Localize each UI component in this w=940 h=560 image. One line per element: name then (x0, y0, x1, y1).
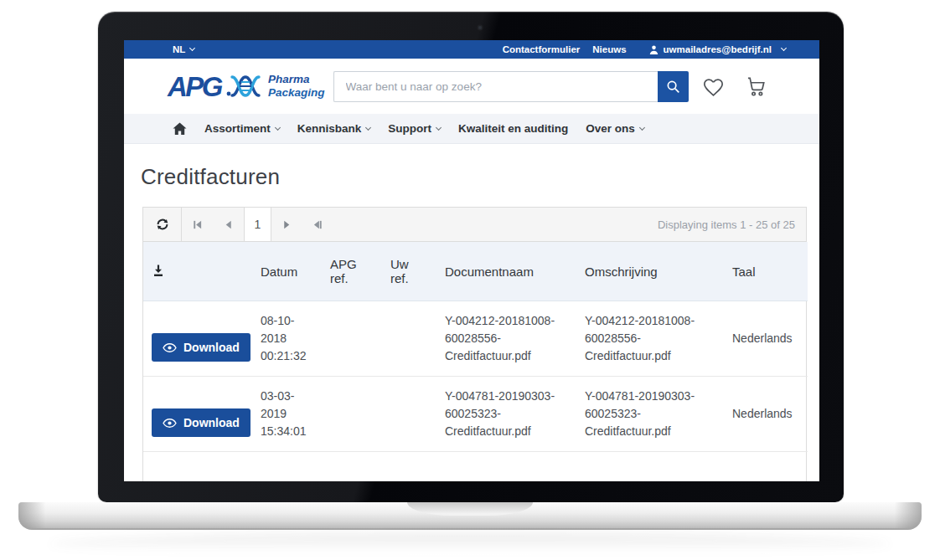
column-datum[interactable]: Datum (252, 242, 322, 301)
search-input[interactable] (333, 71, 658, 102)
grid-status-text: Displaying items 1 - 25 of 25 (658, 218, 806, 231)
nav-item-assortiment[interactable]: Assortiment (204, 122, 280, 135)
topbar: NL Contactformulier Nieuws uwmailadres@b… (124, 40, 819, 59)
nav-label: Kennisbank (297, 122, 362, 135)
nav-home[interactable] (173, 122, 187, 135)
column-documentnaam[interactable]: Documentnaam (436, 242, 576, 301)
first-page-icon (192, 219, 203, 230)
first-page-button[interactable] (182, 208, 213, 241)
cell-documentnaam: Y-004781-20190303- 60025323- Creditfactu… (436, 377, 576, 452)
download-all-icon (152, 264, 165, 277)
cell-apg-ref (322, 377, 382, 452)
laptop-screen-bezel: NL Contactformulier Nieuws uwmailadres@b… (98, 12, 844, 502)
documents-table: Datum APG ref. Uw ref. Documentnaam Omsc… (143, 242, 808, 481)
topbar-link-contactformulier[interactable]: Contactformulier (503, 44, 581, 54)
nav-label: Support (388, 122, 431, 135)
grid-toolbar: 1 Displaying items 1 - 25 of 25 (143, 208, 806, 242)
refresh-icon (155, 217, 170, 232)
search-icon (666, 80, 680, 94)
brand-tagline-line2: Packaging (268, 86, 325, 100)
nav-item-kwaliteit-en-auditing[interactable]: Kwaliteit en auditing (458, 122, 568, 135)
column-taal[interactable]: Taal (724, 242, 808, 301)
nav-item-over-ons[interactable]: Over ons (586, 122, 644, 135)
browser-viewport: NL Contactformulier Nieuws uwmailadres@b… (124, 40, 819, 481)
download-button[interactable]: Download (152, 408, 250, 437)
cell-omschrijving: Y-004781-20190303- 60025323- Creditfactu… (576, 377, 724, 452)
next-page-button[interactable] (271, 208, 302, 241)
column-apg-ref[interactable]: APG ref. (322, 242, 382, 301)
language-label: NL (173, 44, 185, 54)
main-nav: Assortiment Kennisbank Support Kwaliteit… (124, 114, 819, 144)
brand-tagline: Pharma Packaging (268, 73, 325, 99)
chevron-down-icon (189, 45, 195, 51)
table-row: Download 15-06- Y-004781-20190615- Y-004… (143, 452, 808, 482)
table-header-row: Datum APG ref. Uw ref. Documentnaam Omsc… (143, 242, 808, 301)
table-row: Download 03-03- 2019 15:34:01 Y-004781-2… (143, 377, 808, 452)
nav-label: Kwaliteit en auditing (458, 122, 568, 135)
cell-apg-ref (322, 452, 382, 482)
column-download[interactable] (143, 242, 252, 301)
cell-datum: 08-10- 2018 00:21:32 (252, 301, 322, 377)
cell-uw-ref (382, 452, 436, 482)
previous-page-button[interactable] (213, 208, 244, 241)
nav-label: Over ons (586, 122, 635, 135)
cell-apg-ref (322, 301, 382, 377)
brand-logo[interactable]: APG Pharma Packaging (168, 72, 325, 100)
laptop-lid-notch (407, 502, 533, 516)
download-button-label: Download (183, 341, 240, 354)
laptop-reflection (50, 533, 890, 555)
page-title: Creditfacturen (141, 164, 803, 190)
chevron-down-icon (275, 125, 281, 131)
brand-wordmark: APG (168, 73, 221, 100)
last-page-button[interactable] (302, 208, 333, 241)
previous-page-icon (223, 219, 234, 230)
chevron-down-icon (639, 125, 645, 131)
heart-icon (702, 76, 725, 97)
cell-taal: Nederlands (724, 301, 808, 377)
last-page-icon (312, 219, 323, 230)
chevron-down-icon (365, 125, 371, 131)
dna-helix-icon (225, 72, 263, 100)
cell-documentnaam: Y-004781-20190615- (436, 452, 576, 482)
site-header: APG Pharma Packaging (124, 59, 819, 114)
download-button-label: Download (183, 416, 240, 429)
search-button[interactable] (658, 71, 689, 102)
wishlist-button[interactable] (702, 76, 725, 97)
cell-uw-ref (382, 377, 436, 452)
main-content: Creditfacturen (124, 164, 819, 481)
search-form (333, 71, 689, 102)
current-page-indicator[interactable]: 1 (244, 208, 271, 241)
cell-omschrijving: Y-004781-20190615- (576, 452, 724, 482)
brand-tagline-line1: Pharma (268, 73, 325, 86)
cell-taal (724, 452, 808, 482)
cell-uw-ref (382, 301, 436, 377)
nav-item-support[interactable]: Support (388, 122, 441, 135)
cell-documentnaam: Y-004212-20181008- 60028556- Creditfactu… (436, 301, 576, 377)
account-menu[interactable]: uwmailadres@bedrijf.nl (649, 44, 786, 54)
chevron-down-icon (781, 45, 787, 51)
column-uw-ref[interactable]: Uw ref. (382, 242, 436, 301)
laptop-mockup: NL Contactformulier Nieuws uwmailadres@b… (0, 0, 940, 560)
nav-item-kennisbank[interactable]: Kennisbank (297, 122, 371, 135)
language-selector[interactable]: NL (173, 44, 194, 54)
cell-omschrijving: Y-004212-20181008- 60028556- Creditfactu… (576, 301, 724, 377)
cart-icon (745, 75, 767, 98)
cell-datum: 15-06- (252, 452, 322, 482)
table-row: Download 08-10- 2018 00:21:32 Y-004212-2… (143, 301, 808, 377)
chevron-down-icon (436, 125, 442, 131)
cell-taal: Nederlands (724, 377, 808, 452)
home-icon (173, 122, 187, 135)
nav-label: Assortiment (204, 122, 271, 135)
documents-grid: 1 Displaying items 1 - 25 of 25 (142, 207, 807, 481)
column-omschrijving[interactable]: Omschrijving (576, 242, 724, 301)
next-page-icon (281, 219, 292, 230)
download-button[interactable]: Download (152, 333, 250, 362)
eye-icon (163, 343, 177, 352)
eye-icon (163, 419, 177, 428)
topbar-link-nieuws[interactable]: Nieuws (592, 44, 626, 54)
user-icon (649, 45, 659, 54)
laptop-base (18, 502, 922, 530)
cart-button[interactable] (745, 75, 767, 98)
cell-datum: 03-03- 2019 15:34:01 (252, 377, 322, 452)
refresh-button[interactable] (143, 208, 182, 241)
